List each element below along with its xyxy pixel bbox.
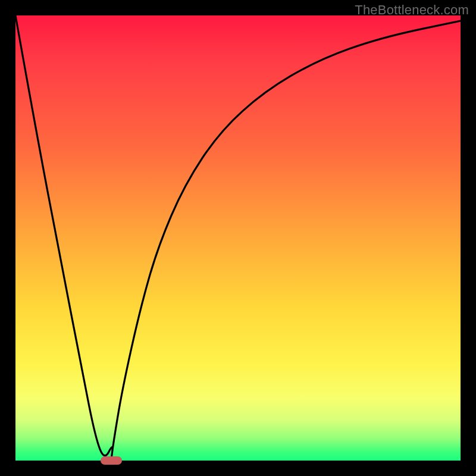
plot-area bbox=[15, 15, 461, 461]
chart-frame: TheBottleneck.com bbox=[0, 0, 476, 476]
minimum-marker bbox=[101, 456, 122, 465]
watermark-text: TheBottleneck.com bbox=[355, 2, 469, 18]
bottleneck-curve bbox=[15, 15, 461, 461]
